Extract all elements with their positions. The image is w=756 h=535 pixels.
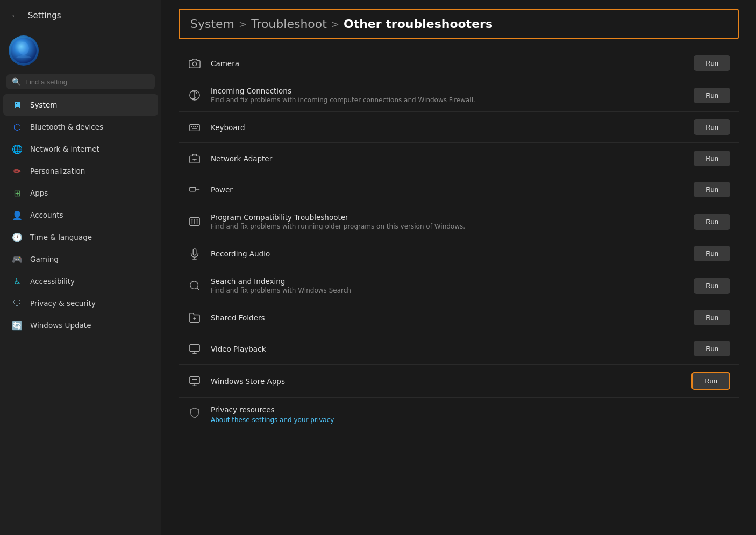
svg-point-2 (192, 62, 196, 66)
breadcrumb-current: Other troubleshooters (344, 17, 493, 31)
sidebar-item-system[interactable]: 🖥 System (3, 94, 158, 116)
table-row: Windows Store Apps Run (179, 365, 739, 398)
sidebar-item-label-network: Network & internet (30, 145, 99, 153)
recording-audio-icon (187, 246, 202, 261)
privacy-resources-link[interactable]: About these settings and your privacy (211, 416, 334, 424)
windows-store-apps-icon (187, 374, 202, 389)
privacy-resources-title: Privacy resources (211, 405, 730, 414)
network-adapter-run-button[interactable]: Run (694, 151, 730, 166)
incoming-connections-name: Incoming Connections (211, 87, 685, 95)
sidebar-item-bluetooth[interactable]: ⬡ Bluetooth & devices (3, 116, 158, 138)
search-icon: 🔍 (12, 77, 21, 86)
program-compat-name: Program Compatibility Troubleshooter (211, 213, 685, 222)
sidebar-item-gaming[interactable]: 🎮 Gaming (3, 248, 158, 270)
sidebar-item-privacy[interactable]: 🛡 Privacy & security (3, 293, 158, 314)
main-content: System > Troubleshoot > Other troublesho… (161, 0, 756, 535)
svg-point-1 (18, 42, 29, 55)
shared-folders-name: Shared Folders (211, 313, 685, 322)
incoming-connections-icon (187, 88, 202, 103)
breadcrumb-system[interactable]: System (190, 17, 234, 31)
sidebar-item-label-apps: Apps (30, 189, 48, 197)
incoming-connections-run-button[interactable]: Run (694, 88, 730, 103)
svg-rect-29 (190, 376, 199, 383)
sidebar: ← Settings 🔍 🖥 System ⬡ (0, 0, 161, 535)
keyboard-icon (187, 120, 202, 135)
windows-store-apps-name: Windows Store Apps (211, 377, 683, 386)
sidebar-item-network[interactable]: 🌐 Network & internet (3, 138, 158, 160)
windows-store-apps-info: Windows Store Apps (211, 377, 683, 386)
app-title: Settings (28, 11, 61, 20)
shared-folders-run-button[interactable]: Run (694, 310, 730, 325)
search-input[interactable] (25, 78, 149, 86)
windows-store-apps-run-button[interactable]: Run (691, 372, 730, 390)
keyboard-run-button[interactable]: Run (694, 119, 730, 135)
back-button[interactable]: ← (9, 9, 22, 23)
program-compat-info: Program Compatibility Troubleshooter Fin… (211, 213, 685, 230)
recording-audio-name: Recording Audio (211, 249, 685, 258)
time-icon: 🕐 (12, 232, 23, 242)
sidebar-item-label-gaming: Gaming (30, 255, 59, 263)
keyboard-name: Keyboard (211, 123, 685, 132)
breadcrumb-troubleshoot[interactable]: Troubleshoot (251, 17, 327, 31)
breadcrumb-sep1: > (239, 18, 247, 30)
shared-folders-icon (187, 310, 202, 325)
sidebar-item-label-bluetooth: Bluetooth & devices (30, 123, 103, 131)
sidebar-item-label-accounts: Accounts (30, 211, 63, 219)
program-compat-run-button[interactable]: Run (694, 214, 730, 230)
breadcrumb-sep2: > (331, 18, 339, 30)
network-adapter-info: Network Adapter (211, 154, 685, 163)
shared-folders-info: Shared Folders (211, 313, 685, 322)
table-row: Search and Indexing Find and fix problem… (179, 269, 739, 302)
search-indexing-run-button[interactable]: Run (694, 278, 730, 294)
sidebar-item-accessibility[interactable]: ♿ Accessibility (3, 270, 158, 292)
accounts-icon: 👤 (12, 210, 23, 220)
camera-run-button[interactable]: Run (694, 55, 730, 71)
sidebar-nav: 🖥 System ⬡ Bluetooth & devices 🌐 Network… (0, 94, 161, 337)
sidebar-item-update[interactable]: 🔄 Windows Update (3, 315, 158, 336)
sidebar-item-time[interactable]: 🕐 Time & language (3, 226, 158, 248)
table-row: Recording Audio Run (179, 238, 739, 269)
troubleshooter-list: Camera Run Incoming Connections Find and… (179, 48, 739, 431)
privacy-resources-info: Privacy resources About these settings a… (211, 405, 730, 424)
recording-audio-run-button[interactable]: Run (694, 246, 730, 261)
network-icon: 🌐 (12, 144, 23, 154)
table-row: Keyboard Run (179, 112, 739, 143)
power-name: Power (211, 186, 685, 194)
camera-info: Camera (211, 59, 685, 68)
sidebar-item-label-privacy: Privacy & security (30, 299, 96, 308)
svg-point-22 (190, 281, 198, 289)
incoming-connections-info: Incoming Connections Find and fix proble… (211, 87, 685, 104)
power-icon (187, 182, 202, 197)
privacy-resources-icon (187, 405, 202, 420)
svg-rect-26 (190, 344, 199, 351)
search-indexing-info: Search and Indexing Find and fix problem… (211, 277, 685, 294)
sidebar-item-personalization[interactable]: ✏ Personalization (3, 160, 158, 182)
table-row: Program Compatibility Troubleshooter Fin… (179, 205, 739, 238)
incoming-connections-desc: Find and fix problems with incoming comp… (211, 96, 685, 104)
sidebar-item-label-personalization: Personalization (30, 167, 85, 175)
sidebar-header: ← Settings (0, 0, 161, 27)
table-row: Power Run (179, 174, 739, 205)
video-playback-run-button[interactable]: Run (694, 341, 730, 356)
table-row: Incoming Connections Find and fix proble… (179, 79, 739, 112)
table-row: Video Playback Run (179, 333, 739, 365)
privacy-icon: 🛡 (12, 298, 23, 309)
svg-rect-5 (190, 124, 199, 131)
sidebar-item-accounts[interactable]: 👤 Accounts (3, 204, 158, 226)
search-indexing-icon (187, 278, 202, 293)
table-row: Camera Run (179, 48, 739, 79)
video-playback-icon (187, 341, 202, 356)
power-run-button[interactable]: Run (694, 182, 730, 197)
sidebar-item-apps[interactable]: ⊞ Apps (3, 182, 158, 204)
program-compat-desc: Find and fix problems with running older… (211, 223, 685, 230)
breadcrumb: System > Troubleshoot > Other troublesho… (179, 9, 739, 39)
search-bar[interactable]: 🔍 (6, 74, 155, 89)
gaming-icon: 🎮 (12, 254, 23, 265)
camera-icon (187, 56, 202, 71)
accessibility-icon: ♿ (12, 276, 23, 287)
sidebar-item-label-accessibility: Accessibility (30, 277, 75, 286)
recording-audio-info: Recording Audio (211, 249, 685, 258)
camera-name: Camera (211, 59, 685, 68)
update-icon: 🔄 (12, 320, 23, 331)
network-adapter-name: Network Adapter (211, 154, 685, 163)
